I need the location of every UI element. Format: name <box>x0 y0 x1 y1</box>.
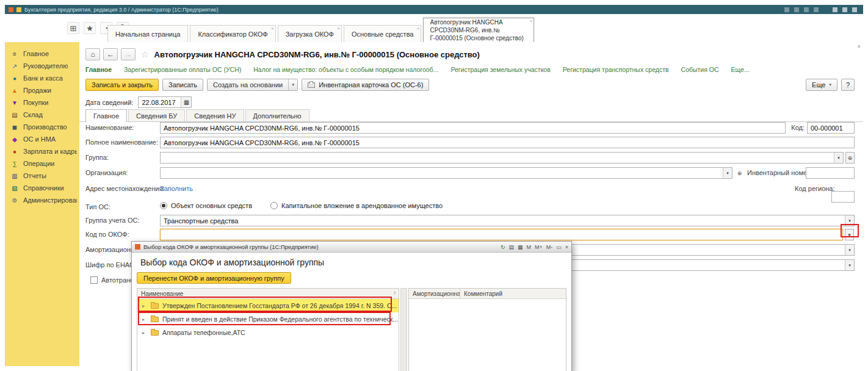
autotransport-checkbox[interactable] <box>90 276 98 284</box>
tree-row-telephones[interactable]: ▸ Аппараты телефонные,АТС <box>137 326 399 339</box>
account-group-input[interactable]: Транспортные средства ▾ <box>160 215 855 226</box>
nav-link-os-events[interactable]: События ОС <box>681 66 719 73</box>
field-row-okof: Код по ОКОФ: ▾ <box>85 229 855 241</box>
tab-close-icon[interactable]: × <box>530 19 533 24</box>
chevron-down-icon[interactable]: ▾ <box>845 245 854 255</box>
list-view-icon[interactable]: ▤ <box>508 244 514 250</box>
back-button[interactable]: ← <box>103 48 118 60</box>
forward-button[interactable]: → <box>121 48 136 60</box>
form-tabs: Главное Сведения БУ Сведения НУ Дополнит… <box>85 109 311 121</box>
memory-m-minus-button[interactable]: М- <box>546 244 553 250</box>
gear-icon: ⚙ <box>11 197 18 204</box>
save-button[interactable]: Записать <box>162 79 203 91</box>
depreciation-header[interactable]: Амортизационная гру... Комментарий <box>409 289 566 299</box>
tab-close-icon[interactable]: × <box>271 26 274 31</box>
nav-link-land-registration[interactable]: Регистрация земельных участков <box>450 66 550 73</box>
sidebar-item-otchety[interactable]: ▥Отчеты <box>5 170 79 182</box>
close-icon[interactable] <box>852 7 857 12</box>
sidebar-item-label: Зарплата и кадры <box>23 148 77 155</box>
status-icon[interactable] <box>814 7 819 12</box>
fixed-assets-section-icon: ◆ <box>11 136 18 143</box>
address-fill-link[interactable]: Заполнить <box>160 185 193 192</box>
dialog-maximize-icon[interactable]: ▭ <box>556 244 562 250</box>
dialog-titlebar[interactable]: Выбор кода ОКОФ и амортизационной группы… <box>132 242 571 253</box>
sidebar-item-rukovoditelyu[interactable]: ↗Руководителю <box>5 60 79 72</box>
group-input[interactable]: ▾ <box>160 152 844 164</box>
expand-icon[interactable]: ▸ <box>142 330 147 336</box>
form-tab-svedeniya-nu[interactable]: Сведения НУ <box>186 109 244 121</box>
sidebar-item-proizvodstvo[interactable]: ◼Производство <box>5 121 79 133</box>
open-tabs: Начальная страница Классификатор ОКОФ× З… <box>107 18 534 42</box>
group-open-button[interactable]: ⊕ <box>845 152 855 164</box>
nav-link-glavnoe[interactable]: Главное <box>85 66 112 73</box>
chevron-down-icon[interactable]: ▾ <box>288 79 297 90</box>
tree-scrollbar[interactable] <box>400 288 407 371</box>
home-button[interactable]: ⌂ <box>85 48 100 60</box>
tab-label: Автопогрузчик HANGCHA CPCD30NM-RG6, инв.… <box>430 18 525 42</box>
form-tab-svedeniya-bu[interactable]: Сведения БУ <box>128 109 185 121</box>
grid-view-icon[interactable]: ▦ <box>518 244 523 250</box>
calendar-icon[interactable]: ▦ <box>181 97 191 107</box>
nav-link-property-tax[interactable]: Налог на имущество: объекты с особым пор… <box>253 66 438 73</box>
sidebar-item-administrirovanie[interactable]: ⚙Администрирование <box>5 194 79 206</box>
maximize-icon[interactable] <box>842 7 847 12</box>
column-comment-header: Комментарий <box>460 290 506 297</box>
organization-open-button[interactable]: ⊕ <box>735 167 744 179</box>
tab-fixed-assets[interactable]: Основные средства× <box>344 25 422 42</box>
sidebar-item-pokupki[interactable]: ▼Покупки <box>5 96 79 109</box>
sidebar-item-bank-kassa[interactable]: ●Банк и касса <box>5 72 79 84</box>
memory-m-plus-button[interactable]: М+ <box>535 244 543 250</box>
save-and-close-button[interactable]: Записать и закрыть <box>85 79 159 91</box>
nav-link-more[interactable]: Еще... <box>731 66 750 73</box>
inventory-number-input[interactable] <box>806 167 855 179</box>
form-close-icon[interactable]: × <box>857 43 861 50</box>
organization-input[interactable]: ▾ <box>160 167 732 179</box>
tab-home-page[interactable]: Начальная страница <box>107 25 188 42</box>
field-row-account-group: Группа учета ОС: Транспортные средства ▾ <box>85 215 855 227</box>
name-input[interactable]: Автопогрузчик HANGCHA CPCD30NM-RG6, инв.… <box>160 122 786 134</box>
memory-m-button[interactable]: М <box>526 244 531 250</box>
form-tab-dopolnitelno[interactable]: Дополнительно <box>245 109 309 121</box>
tab-okof-classifier[interactable]: Классификатор ОКОФ× <box>190 25 275 42</box>
chevron-down-icon[interactable]: ▾ <box>834 153 843 163</box>
sidebar-item-spravochniki[interactable]: ▧Справочники <box>5 182 79 194</box>
create-based-on-button[interactable]: Создать на основании ▾ <box>207 79 298 91</box>
nav-link-registered-payments[interactable]: Зарегистрированные оплаты ОС (УСН) <box>124 66 241 73</box>
minimize-icon[interactable] <box>833 7 837 12</box>
refresh-icon[interactable]: ↻ <box>501 244 505 250</box>
tab-close-icon[interactable]: × <box>337 26 340 31</box>
sidebar-item-operacii[interactable]: ∑Операции <box>5 157 79 170</box>
tab-okof-load[interactable]: Загрузка ОКОФ× <box>278 25 342 42</box>
help-button[interactable]: ? <box>841 79 855 91</box>
tab-forklift-asset[interactable]: Автопогрузчик HANGCHA CPCD30NM-RG6, инв.… <box>423 18 534 42</box>
status-icon[interactable] <box>804 7 809 12</box>
status-icon[interactable] <box>784 7 789 12</box>
chevron-down-icon[interactable]: ▾ <box>723 168 732 178</box>
status-icon[interactable] <box>794 7 799 12</box>
sidebar-item-glavnoe[interactable]: ≡Главное <box>5 48 79 60</box>
date-input[interactable]: 22.08.2017 ▦ <box>138 96 192 108</box>
annotation-rect-row-federal-agency <box>138 312 391 325</box>
form-tab-glavnoe[interactable]: Главное <box>85 109 127 122</box>
sidebar-item-os-nma[interactable]: ◆ОС и НМА <box>5 133 79 145</box>
code-label: Код: <box>791 124 805 131</box>
sidebar-item-sklad[interactable]: ▤Склад <box>5 109 79 121</box>
chevron-down-icon[interactable]: ▾ <box>845 260 854 270</box>
dialog-close-icon[interactable]: × <box>565 244 568 250</box>
more-button[interactable]: Еще ▾ <box>806 79 837 91</box>
code-input[interactable]: 00-000001 <box>807 122 855 134</box>
radio-object-fixed-asset[interactable]: Объект основных средств <box>160 202 252 209</box>
favorite-star-icon[interactable]: ☆ <box>141 49 149 59</box>
menu-grid-icon[interactable]: ⊞ <box>67 22 79 34</box>
tab-close-icon[interactable]: × <box>417 26 420 31</box>
fullname-input[interactable]: Автопогрузчик HANGCHA CPCD30NM-RG6, инв.… <box>160 137 855 148</box>
nav-link-vehicle-registration[interactable]: Регистрация транспортных средств <box>563 66 669 73</box>
inventory-card-button[interactable]: Инвентарная карточка ОС (ОС-6) <box>302 79 429 91</box>
name-label: Наименование: <box>85 124 134 131</box>
sidebar-item-zarplata-kadry[interactable]: ●Зарплата и кадры <box>5 145 79 157</box>
radio-capital-investment[interactable]: Капитальное вложение в арендованное имущ… <box>270 202 443 209</box>
okof-input[interactable] <box>160 229 843 240</box>
favorites-icon[interactable]: ★ <box>84 22 96 34</box>
sidebar-item-prodazhi[interactable]: ▲Продажи <box>5 84 79 96</box>
transfer-okof-button[interactable]: Перенести ОКОФ и амортизационную группу <box>137 272 291 284</box>
